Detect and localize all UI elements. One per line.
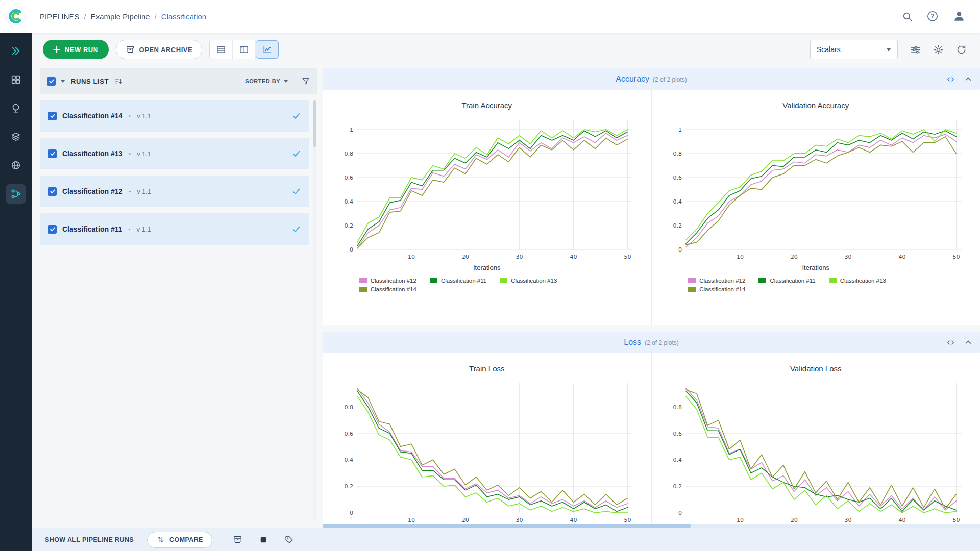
legend-swatch — [688, 278, 696, 283]
run-name: Classification #13 — [62, 149, 122, 158]
split-view-button[interactable] — [233, 40, 256, 59]
run-checkbox[interactable] — [48, 112, 57, 120]
svg-text:40: 40 — [899, 254, 906, 260]
sidebar-item-workers-queues[interactable] — [6, 98, 26, 118]
sidebar-item-hyperdatasets[interactable] — [6, 155, 26, 176]
new-run-button[interactable]: NEW RUN — [43, 40, 109, 59]
embed-code-button[interactable] — [946, 338, 955, 347]
user-avatar[interactable] — [952, 10, 966, 23]
toolbar: NEW RUN OPEN ARCHIVE — [32, 33, 980, 66]
sidebar-item-projects[interactable] — [6, 69, 26, 90]
sort-columns-button[interactable] — [114, 77, 124, 86]
legend-swatch — [430, 278, 437, 283]
section-title: Loss — [624, 338, 641, 347]
legend-item[interactable]: Classification #13 — [829, 278, 886, 284]
metric-view-select[interactable]: Scalars — [810, 40, 898, 59]
embed-code-button[interactable] — [946, 74, 955, 84]
select-all-checkbox[interactable] — [47, 77, 56, 86]
run-checkbox[interactable] — [48, 225, 57, 234]
runs-scrollbar[interactable] — [313, 100, 316, 521]
legend-item[interactable]: Classification #11 — [758, 278, 815, 284]
compare-button[interactable]: COMPARE — [147, 532, 212, 548]
svg-text:0.4: 0.4 — [344, 198, 353, 205]
svg-text:0.2: 0.2 — [344, 483, 353, 490]
settings-button[interactable] — [933, 44, 944, 55]
horizontal-scrollbar[interactable] — [323, 524, 980, 528]
help-button[interactable]: ? — [927, 11, 938, 22]
select-all-caret-icon[interactable] — [61, 80, 65, 83]
chart-canvas[interactable]: 00.20.40.60.811020304050 — [334, 114, 640, 263]
sidebar-item-pipelines[interactable] — [6, 184, 26, 204]
legend-label: Classification #13 — [840, 278, 886, 284]
legend-item[interactable]: Classification #14 — [688, 286, 745, 292]
sidebar-item-datasets[interactable] — [6, 127, 26, 147]
plot-settings-button[interactable] — [910, 44, 921, 55]
run-row[interactable]: Classification #13 • v 1.1 — [40, 138, 309, 169]
breadcrumb-separator: / — [84, 12, 86, 21]
compare-icon — [156, 535, 165, 544]
legend-item[interactable]: Classification #12 — [688, 278, 745, 284]
breadcrumb-pipelines[interactable]: PIPELINES — [40, 12, 80, 21]
legend-item[interactable]: Classification #12 — [359, 278, 416, 284]
run-row[interactable]: Classification #11 • v 1.1 — [40, 213, 309, 245]
run-row[interactable]: Classification #14 • v 1.1 — [40, 100, 309, 132]
scrollbar-thumb[interactable] — [313, 100, 316, 147]
legend-item[interactable]: Classification #13 — [500, 278, 557, 284]
svg-text:10: 10 — [408, 254, 415, 260]
plot-train-loss: Train Loss 00.20.40.60.81020304050 Itera… — [323, 353, 652, 528]
svg-text:50: 50 — [624, 517, 631, 523]
legend-item[interactable]: Classification #14 — [359, 286, 416, 292]
chart-canvas[interactable]: 00.20.40.60.81020304050 — [334, 377, 640, 526]
breadcrumb-pipeline-name[interactable]: Example Pipeline — [91, 12, 150, 21]
legend-item[interactable]: Classification #11 — [430, 278, 486, 284]
filter-button[interactable] — [301, 77, 310, 86]
legend-swatch — [829, 278, 837, 283]
table-view-button[interactable] — [210, 40, 233, 59]
footer-bar: SHOW ALL PIPELINE RUNS COMPARE — [32, 528, 980, 551]
check-icon — [291, 111, 301, 121]
sidebar-item-getting-started[interactable] — [6, 41, 26, 61]
svg-text:0.4: 0.4 — [673, 198, 682, 205]
open-archive-button[interactable]: OPEN ARCHIVE — [116, 40, 202, 59]
svg-text:30: 30 — [845, 517, 852, 523]
legend-label: Classification #12 — [371, 278, 416, 284]
chart-canvas[interactable]: 00.20.40.60.81020304050 — [663, 377, 969, 526]
legend-label: Classification #12 — [699, 278, 745, 284]
gear-icon — [933, 44, 944, 55]
collapse-section-button[interactable] — [964, 338, 973, 347]
svg-text:0.4: 0.4 — [344, 457, 353, 463]
run-checkbox[interactable] — [48, 187, 57, 196]
sorted-by-dropdown[interactable]: SORTED BY — [245, 78, 288, 84]
svg-text:50: 50 — [624, 254, 631, 260]
abort-icon — [259, 535, 268, 544]
run-checkbox[interactable] — [48, 149, 57, 158]
chart-view-button[interactable] — [256, 40, 279, 59]
getting-started-icon — [10, 45, 21, 57]
run-row[interactable]: Classification #12 • v 1.1 — [40, 176, 309, 207]
collapse-section-button[interactable] — [964, 74, 973, 84]
section-header-accuracy: Accuracy (2 of 2 plots) — [323, 68, 980, 90]
legend-label: Classification #14 — [371, 286, 416, 292]
chart-legend: Classification #12Classification #11Clas… — [688, 278, 943, 292]
plots-row: Train Loss 00.20.40.60.81020304050 Itera… — [323, 353, 980, 528]
archive-selected-button[interactable] — [233, 535, 242, 544]
plus-icon — [53, 46, 60, 53]
run-bullet: • — [129, 188, 131, 194]
check-icon — [291, 149, 301, 159]
add-tag-button[interactable] — [284, 535, 294, 544]
svg-text:0.6: 0.6 — [344, 431, 353, 437]
chart-canvas[interactable]: 00.20.40.60.811020304050 — [663, 114, 969, 263]
svg-text:0.6: 0.6 — [673, 431, 682, 437]
svg-text:30: 30 — [516, 517, 523, 523]
check-icon — [50, 188, 56, 194]
scrollbar-thumb[interactable] — [323, 524, 691, 528]
show-all-pipeline-runs-link[interactable]: SHOW ALL PIPELINE RUNS — [45, 536, 134, 543]
plot-title: Validation Accuracy — [782, 101, 849, 110]
auto-refresh-button[interactable] — [956, 44, 967, 55]
svg-text:50: 50 — [953, 517, 960, 523]
refresh-icon — [956, 44, 967, 55]
help-icon: ? — [927, 11, 938, 22]
abort-selected-button[interactable] — [259, 535, 268, 544]
search-button[interactable] — [902, 11, 913, 22]
app-logo[interactable] — [0, 6, 32, 27]
